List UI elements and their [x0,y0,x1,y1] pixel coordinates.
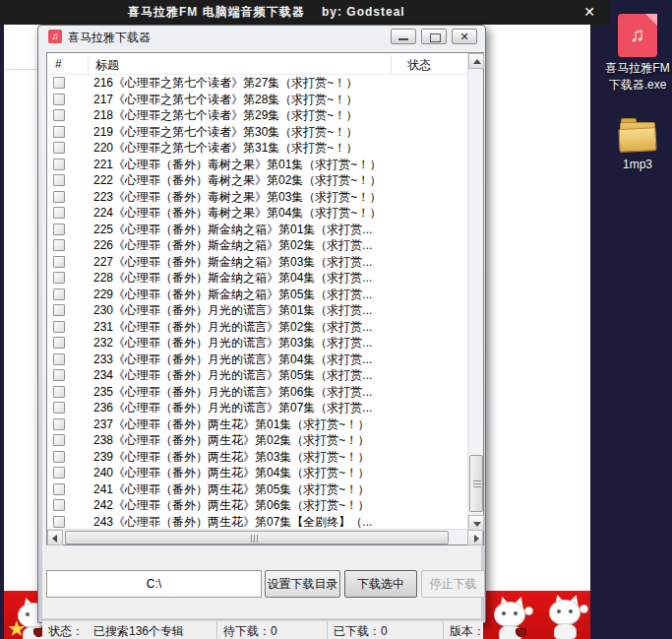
background-list-item [489,81,587,102]
scroll-left-button[interactable] [47,530,63,545]
row-checkbox[interactable] [53,142,65,154]
row-checkbox[interactable] [53,434,65,446]
horizontal-scrollbar[interactable] [47,529,483,544]
column-header-title[interactable]: 标题 [95,57,119,74]
list-item[interactable]: 225《心理罪（番外）斯金纳之箱》第01集（求打赏... [47,222,468,238]
list-item[interactable]: 239《心理罪（番外）两生花》第03集（求打赏~！） [47,449,468,466]
row-checkbox[interactable] [53,77,65,89]
vertical-scroll-thumb[interactable] [469,455,483,512]
list-item[interactable]: 226《心理罪（番外）斯金纳之箱》第02集（求打赏... [47,237,468,254]
row-checkbox[interactable] [53,256,65,268]
row-title: 224《心理罪（番外）毒树之果》第04集（求打赏~！） [93,205,389,222]
track-listview: # 标题 状态 216《心理罪之第七个读者》第27集（求打赏~！） 217《心理… [46,52,484,545]
close-button[interactable]: ✕ [452,29,477,44]
column-header-num[interactable]: # [55,57,62,71]
row-checkbox[interactable] [53,353,65,365]
horizontal-scroll-thumb[interactable] [65,531,449,544]
outer-window-title: 喜马拉雅FM 电脑端音频下载器 by: Godsteal [128,4,405,21]
list-item[interactable]: 216《心理罪之第七个读者》第27集（求打赏~！） [47,75,468,92]
row-checkbox[interactable] [53,483,65,495]
row-checkbox[interactable] [53,386,65,398]
list-item[interactable]: 243《心理罪（番外）两生花》第07集【全剧终】（... [47,514,468,531]
row-checkbox[interactable] [53,159,65,170]
row-checkbox[interactable] [53,94,65,105]
desktop-icon-1mp3-folder[interactable]: 1mp3 [598,116,672,173]
row-checkbox[interactable] [53,126,65,138]
row-title: 234《心理罪（番外）月光的谎言》第05集（求打赏... [93,367,389,384]
background-list-item [489,257,587,279]
download-path-field[interactable]: C:\ [46,570,262,598]
list-item[interactable]: 237《心理罪（番外）两生花》第01集（求打赏~！） [47,416,468,433]
column-header-status[interactable]: 状态 [407,57,431,74]
row-checkbox[interactable] [53,467,65,479]
row-title: 241《心理罪（番外）两生花》第05集（求打赏~！） [93,481,389,498]
row-title: 225《心理罪（番外）斯金纳之箱》第01集（求打赏... [93,222,389,238]
row-checkbox[interactable] [53,499,65,511]
list-item[interactable]: 228《心理罪（番外）斯金纳之箱》第04集（求打赏... [47,270,468,287]
banner-foot [516,628,526,637]
list-item[interactable]: 224《心理罪（番外）毒树之果》第04集（求打赏~！） [47,205,468,222]
list-item[interactable]: 220《心理罪之第七个读者》第31集（求打赏~！） [47,140,468,157]
row-checkbox[interactable] [53,369,65,381]
list-item[interactable]: 231《心理罪（番外）月光的谎言》第02集（求打赏... [47,319,468,336]
list-item[interactable]: 227《心理罪（番外）斯金纳之箱》第03集（求打赏... [47,254,468,271]
row-title: 227《心理罪（番外）斯金纳之箱》第03集（求打赏... [93,254,389,271]
scroll-up-button[interactable] [468,53,484,69]
row-checkbox[interactable] [53,418,65,430]
list-item[interactable]: 242《心理罪（番外）两生花》第06集（求打赏~！） [47,497,468,514]
background-list-item [489,323,587,345]
outer-titlebar[interactable]: 喜马拉雅FM 电脑端音频下载器 by: Godsteal ✕ [0,0,610,25]
desktop: ★ ★ ★ [0,0,672,639]
row-checkbox[interactable] [53,304,65,316]
row-checkbox[interactable] [53,224,65,235]
download-selected-button[interactable]: 下载选中 [344,570,417,598]
list-item[interactable]: 222《心理罪（番外）毒树之果》第02集（求打赏~！） [47,172,468,189]
vertical-scrollbar[interactable] [467,53,483,531]
row-checkbox[interactable] [53,207,65,219]
list-item[interactable]: 218《心理罪之第七个读者》第29集（求打赏~！） [47,107,468,124]
row-checkbox[interactable] [53,174,65,186]
app-titlebar[interactable]: ♫ 喜马拉雅下载器 ✕ [38,26,485,47]
row-checkbox[interactable] [53,451,65,463]
list-item[interactable]: 240《心理罪（番外）两生花》第04集（求打赏~！） [47,465,468,481]
row-title: 226《心理罪（番外）斯金纳之箱》第02集（求打赏... [93,237,389,254]
stop-download-button: 停止下载 [421,570,485,598]
list-item[interactable]: 221《心理罪（番外）毒树之果》第01集（求打赏~！） [47,157,468,173]
list-item[interactable]: 234《心理罪（番外）月光的谎言》第05集（求打赏... [47,367,468,384]
row-checkbox[interactable] [53,109,65,121]
scroll-right-button[interactable] [467,530,483,545]
background-right-list [489,81,587,609]
row-title: 223《心理罪（番外）毒树之果》第03集（求打赏~！） [93,189,389,206]
row-checkbox[interactable] [53,337,65,349]
desktop-icon-downloader-exe[interactable]: ♫ 喜马拉雅FM 下载器.exe [598,14,672,94]
row-checkbox[interactable] [53,402,65,414]
list-item[interactable]: 233《心理罪（番外）月光的谎言》第04集（求打赏... [47,351,468,368]
list-item[interactable]: 223《心理罪（番外）毒树之果》第03集（求打赏~！） [47,189,468,206]
row-title: 216《心理罪之第七个读者》第27集（求打赏~！） [93,75,389,92]
row-checkbox[interactable] [53,321,65,333]
row-checkbox[interactable] [53,239,65,251]
row-title: 236《心理罪（番外）月光的谎言》第07集（求打赏... [93,400,389,416]
list-item[interactable]: 235《心理罪（番外）月光的谎言》第06集（求打赏... [47,384,468,401]
set-download-dir-button[interactable]: 设置下载目录 [265,570,340,598]
row-checkbox[interactable] [53,288,65,300]
list-item[interactable]: 217《心理罪之第七个读者》第28集（求打赏~！） [47,92,468,108]
list-item[interactable]: 236《心理罪（番外）月光的谎言》第07集（求打赏... [47,400,468,416]
list-item[interactable]: 232《心理罪（番外）月光的谎言》第03集（求打赏... [47,335,468,351]
background-list-item [489,280,587,301]
list-item[interactable]: 229《心理罪（番外）斯金纳之箱》第05集（求打赏... [47,287,468,303]
outer-close-icon[interactable]: ✕ [580,3,598,21]
background-list-item [489,235,587,257]
list-item[interactable]: 230《心理罪（番外）月光的谎言》第01集（求打赏... [47,302,468,319]
list-item[interactable]: 219《心理罪之第七个读者》第30集（求打赏~！） [47,124,468,141]
row-checkbox[interactable] [53,191,65,203]
row-checkbox[interactable] [53,272,65,284]
maximize-button[interactable] [421,29,447,44]
row-title: 231《心理罪（番外）月光的谎言》第02集（求打赏... [93,319,389,336]
list-item[interactable]: 238《心理罪（番外）两生花》第02集（求打赏~！） [47,432,468,449]
background-list-item [489,169,587,191]
list-item[interactable]: 241《心理罪（番外）两生花》第05集（求打赏~！） [47,481,468,498]
background-list-item [489,147,587,168]
minimize-button[interactable] [391,29,416,44]
row-checkbox[interactable] [53,516,65,528]
